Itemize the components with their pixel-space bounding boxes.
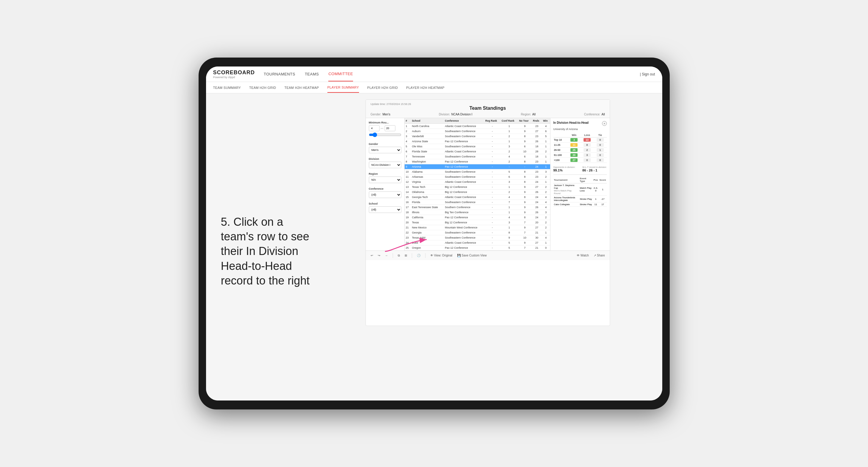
tour-cell-name: Jackson T. Stephens CupMen's Match-Play … bbox=[553, 183, 579, 196]
h2h-close-button[interactable]: ✕ bbox=[602, 121, 607, 126]
cell-school: Alabama bbox=[411, 169, 444, 175]
conference-filter-select[interactable]: (All) bbox=[369, 191, 401, 198]
conference-label: Conference: bbox=[584, 113, 600, 116]
copy-button[interactable]: ⧉ bbox=[397, 253, 401, 258]
undo-button[interactable]: ↩ bbox=[369, 253, 374, 258]
school-filter-select[interactable]: (All) bbox=[369, 206, 401, 213]
cell-school: California bbox=[411, 215, 444, 220]
table-row[interactable]: 9 Arizona Pac-12 Conference - - - 24 1 bbox=[405, 164, 550, 169]
table-row[interactable]: 4 Arizona State Pac-12 Conference - 1 9 … bbox=[405, 139, 550, 144]
table-row[interactable]: 21 New Mexico Mountain West Conference -… bbox=[405, 225, 550, 230]
share-button[interactable]: ↗ Share bbox=[592, 253, 606, 258]
cell-conf: Pac-12 Conference bbox=[444, 215, 484, 220]
region-filter-select[interactable]: N/A bbox=[369, 177, 401, 183]
cell-num: 20 bbox=[405, 220, 411, 225]
cell-rnds: 27 bbox=[532, 225, 542, 230]
cell-school: Arizona State bbox=[411, 139, 444, 144]
cell-no-tour: 8 bbox=[518, 159, 532, 164]
cell-num: 3 bbox=[405, 134, 411, 139]
subnav-player-h2h-grid[interactable]: PLAYER H2H GRID bbox=[367, 83, 398, 92]
subnav-player-h2h-heatmap[interactable]: PLAYER H2H HEATMAP bbox=[406, 83, 444, 92]
gender-filter-select[interactable]: Men's Women's bbox=[369, 147, 401, 153]
device-frame: SCOREBOARD Powered by clippd TOURNAMENTS… bbox=[198, 58, 670, 409]
min-rounds-max-input[interactable] bbox=[385, 125, 395, 131]
save-custom-button[interactable]: 💾 Save Custom View bbox=[456, 253, 488, 258]
table-row[interactable]: 6 Florida State Atlantic Coast Conferenc… bbox=[405, 149, 550, 154]
cell-reg: - bbox=[484, 230, 501, 235]
cell-school: Auburn bbox=[411, 129, 444, 134]
nav-committee[interactable]: COMMITTEE bbox=[328, 67, 353, 82]
table-row[interactable]: 16 Florida Southeastern Conference - 7 9… bbox=[405, 200, 550, 205]
cell-school: Vanderbilt bbox=[411, 134, 444, 139]
table-row[interactable]: 8 Washington Pac-12 Conference - 2 8 23 … bbox=[405, 159, 550, 164]
conference-meta: Conference: All bbox=[584, 113, 605, 116]
cell-rnds: 24 bbox=[532, 164, 542, 169]
h2h-row: >100 27 0 0 bbox=[553, 158, 607, 163]
table-row[interactable]: 18 Illinois Big Ten Conference - 1 9 26 … bbox=[405, 210, 550, 215]
cell-rnds: 21 bbox=[532, 245, 542, 250]
cell-school: East Tennessee State bbox=[411, 205, 444, 210]
nav-teams[interactable]: TEAMS bbox=[305, 67, 319, 81]
table-row[interactable]: 14 Oklahoma Big 12 Conference - 2 9 26 2 bbox=[405, 190, 550, 195]
cell-reg: - bbox=[484, 225, 501, 230]
nav-tournaments[interactable]: TOURNAMENTS bbox=[264, 67, 296, 81]
tour-cell-score: 1 bbox=[599, 183, 607, 196]
paste-button[interactable]: ⊞ bbox=[403, 253, 408, 258]
cell-school: Illinois bbox=[411, 210, 444, 215]
cell-crank: - bbox=[500, 164, 518, 169]
cell-school: Virginia bbox=[411, 180, 444, 185]
tournament-row: Arizona Thunderbirds Intercollegiate Str… bbox=[553, 196, 607, 203]
division-filter-select[interactable]: NCAA Division I bbox=[369, 162, 401, 168]
table-row[interactable]: 13 Texas Tech Big 12 Conference - 1 9 27… bbox=[405, 185, 550, 190]
table-row[interactable]: 19 California Pac-12 Conference - 4 8 24… bbox=[405, 215, 550, 220]
h2h-cell-range: 51-100 bbox=[553, 153, 568, 158]
table-row[interactable]: 3 Vanderbilt Southeastern Conference - 2… bbox=[405, 134, 550, 139]
cell-school: New Mexico bbox=[411, 225, 444, 230]
table-row[interactable]: 7 Tennessee Southeastern Conference - 4 … bbox=[405, 154, 550, 159]
cell-no-tour: 9 bbox=[518, 225, 532, 230]
subnav-team-h2h-grid[interactable]: TEAM H2H GRID bbox=[249, 83, 276, 92]
subnav-team-h2h-heatmap[interactable]: TEAM H2H HEATMAP bbox=[284, 83, 319, 92]
table-row[interactable]: 11 Arkansas Southeastern Conference - 6 … bbox=[405, 175, 550, 180]
sign-out-label[interactable]: Sign out bbox=[642, 72, 655, 76]
main-content: 5. Click on a team's row to see their In… bbox=[206, 93, 662, 401]
table-row[interactable]: 10 Alabama Southeastern Conference - 5 8… bbox=[405, 169, 550, 175]
clock-button[interactable]: 🕐 bbox=[416, 253, 422, 258]
eye-icon: 👁 bbox=[577, 254, 580, 257]
cell-win: 2 bbox=[542, 220, 550, 225]
table-row[interactable]: 12 Virginia Atlantic Coast Conference - … bbox=[405, 180, 550, 185]
cell-rnds: 23 bbox=[532, 159, 542, 164]
redo-button[interactable]: ↪ bbox=[377, 253, 381, 258]
table-row[interactable]: 23 Texas A&M Southeastern Conference - 9… bbox=[405, 235, 550, 240]
min-rounds-slider[interactable] bbox=[369, 132, 401, 137]
cell-crank: 1 bbox=[500, 139, 518, 144]
cell-num: 7 bbox=[405, 154, 411, 159]
forward-button[interactable]: → bbox=[384, 253, 389, 258]
watch-button[interactable]: 👁 Watch bbox=[576, 253, 590, 258]
table-row[interactable]: 25 Oregon Pac-12 Conference - 5 7 21 0 bbox=[405, 245, 550, 250]
table-row[interactable]: 22 Georgia Southeastern Conference - 8 7… bbox=[405, 230, 550, 235]
cell-win: 2 bbox=[542, 215, 550, 220]
table-row[interactable]: 24 Duke Atlantic Coast Conference - 5 9 … bbox=[405, 240, 550, 245]
subnav-team-summary[interactable]: TEAM SUMMARY bbox=[213, 83, 241, 92]
gender-label: Gender: bbox=[371, 113, 381, 116]
cell-crank: 1 bbox=[500, 129, 518, 134]
subnav-player-summary[interactable]: PLAYER SUMMARY bbox=[328, 83, 359, 93]
table-row[interactable]: 2 Auburn Southeastern Conference - 1 9 2… bbox=[405, 129, 550, 134]
cell-reg: - bbox=[484, 220, 501, 225]
table-row[interactable]: 5 Ole Miss Southeastern Conference - 3 6… bbox=[405, 144, 550, 149]
min-rounds-min-input[interactable] bbox=[369, 125, 380, 131]
table-row[interactable]: 17 East Tennessee State Southern Confere… bbox=[405, 205, 550, 210]
region-value: All bbox=[532, 113, 535, 116]
cell-win: 1 bbox=[542, 230, 550, 235]
col-reg-rank: Reg Rank bbox=[484, 118, 501, 124]
table-row[interactable]: 1 North Carolina Atlantic Coast Conferen… bbox=[405, 124, 550, 129]
h2h-cell-loss: 2 bbox=[581, 148, 594, 153]
table-row[interactable]: 20 Texas Big 12 Conference - 3 7 20 2 bbox=[405, 220, 550, 225]
sign-out[interactable]: | Sign out bbox=[640, 72, 655, 76]
h2h-cell-win: 3 bbox=[567, 137, 581, 143]
record-stat: W-L-T record in-division: 86 - 26 - 1 bbox=[582, 166, 607, 172]
view-original-button[interactable]: 👁 View: Original bbox=[429, 253, 454, 258]
table-row[interactable]: 15 Georgia Tech Atlantic Coast Conferenc… bbox=[405, 195, 550, 200]
cell-win: 3 bbox=[542, 169, 550, 175]
